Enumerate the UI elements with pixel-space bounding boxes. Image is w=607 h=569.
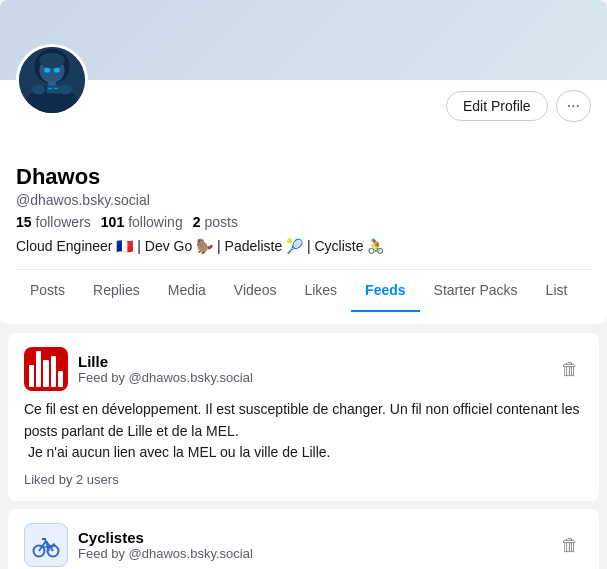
svg-line-23 [53,544,55,545]
feed-likes-lille: Liked by 2 users [24,472,583,487]
profile-header: Edit Profile ··· Dhawos @dhawos.bsky.soc… [0,80,607,324]
svg-point-11 [32,85,46,95]
edit-profile-button[interactable]: Edit Profile [446,91,548,121]
svg-point-6 [54,68,60,73]
svg-rect-8 [48,88,52,89]
feed-header-cyclistes: Cyclistes Feed by @dhawos.bsky.social 🗑 [24,523,583,567]
feed-icon-cyclistes [24,523,68,567]
profile-card: Edit Profile ··· Dhawos @dhawos.bsky.soc… [0,0,607,324]
tab-posts[interactable]: Posts [16,270,79,312]
profile-bio: Cloud Engineer 🇫🇷 | Dev Go 🦫 | Padeliste… [16,236,591,257]
profile-info: Dhawos @dhawos.bsky.social 15 followers … [16,164,591,257]
svg-point-5 [44,68,50,73]
delete-feed-lille-button[interactable]: 🗑 [557,355,583,384]
feeds-container: Lille Feed by @dhawos.bsky.social 🗑 Ce f… [0,325,607,569]
tab-list[interactable]: List [532,270,582,312]
bar5 [58,371,63,387]
bar4 [51,356,56,387]
followers-label: followers [36,214,91,230]
tab-replies[interactable]: Replies [79,270,154,312]
svg-point-4 [39,53,64,69]
delete-feed-cyclistes-button[interactable]: 🗑 [557,531,583,560]
header-actions: Edit Profile ··· [16,80,591,122]
feed-name-lille: Lille [78,353,547,370]
feed-card-lille: Lille Feed by @dhawos.bsky.social 🗑 Ce f… [8,333,599,501]
feed-description-lille: Ce fil est en développement. Il est susc… [24,399,583,464]
avatar-wrapper [16,44,88,116]
feed-meta-cyclistes: Cyclistes Feed by @dhawos.bsky.social [78,529,547,561]
profile-handle: @dhawos.bsky.social [16,192,591,208]
feed-card-cyclistes: Cyclistes Feed by @dhawos.bsky.social 🗑 … [8,509,599,569]
display-name: Dhawos [16,164,591,190]
feed-icon-lille [24,347,68,391]
more-options-button[interactable]: ··· [556,90,591,122]
svg-rect-9 [54,88,58,89]
following-count: 101 [101,214,124,230]
tabs-row: Posts Replies Media Videos Likes Feeds S… [16,269,591,312]
following-label: following [128,214,182,230]
bar3 [43,360,48,387]
posts-count: 2 [193,214,201,230]
svg-point-12 [59,85,73,95]
bar2 [36,351,41,387]
tab-videos[interactable]: Videos [220,270,291,312]
tab-media[interactable]: Media [154,270,220,312]
stats-row: 15 followers 101 following 2 posts [16,214,591,230]
svg-rect-10 [48,91,58,92]
feed-meta-lille: Lille Feed by @dhawos.bsky.social [78,353,547,385]
tab-likes[interactable]: Likes [290,270,351,312]
followers-count: 15 [16,214,32,230]
bar1 [29,365,34,387]
feed-by-cyclistes: Feed by @dhawos.bsky.social [78,546,547,561]
feed-header-lille: Lille Feed by @dhawos.bsky.social 🗑 [24,347,583,391]
tab-starter-packs[interactable]: Starter Packs [420,270,532,312]
tab-feeds[interactable]: Feeds [351,270,419,312]
profile-banner [0,0,607,80]
avatar [16,44,88,116]
svg-rect-13 [48,81,56,86]
feed-by-lille: Feed by @dhawos.bsky.social [78,370,547,385]
feed-name-cyclistes: Cyclistes [78,529,547,546]
posts-label: posts [204,214,237,230]
